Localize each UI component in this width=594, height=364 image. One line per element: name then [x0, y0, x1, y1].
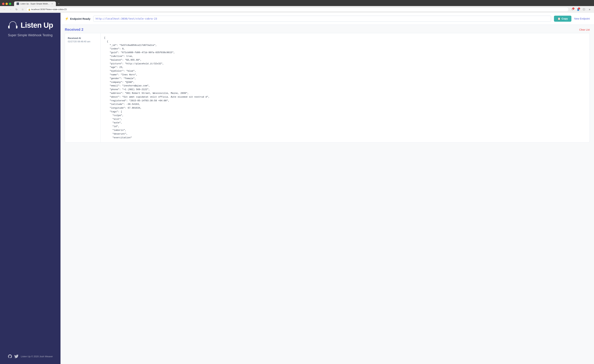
brand-logo: Listen Up [7, 20, 53, 31]
twitter-icon[interactable] [14, 354, 19, 359]
brand-tagline: Super Simple Webhook Testing [8, 33, 53, 37]
address-bar-row: ← → ↻ ☆ 🔒 localhost:3030/?listen=stale-c… [0, 6, 594, 13]
active-tab[interactable]: 🎧 Listen Up - Super Simple Webh... × [14, 1, 56, 6]
request-meta: Received At 02/27/20 08:48:40 am [65, 33, 101, 142]
copy-icon: 📋 [558, 17, 560, 20]
forward-button[interactable]: → [8, 7, 13, 12]
copy-label: Copy [562, 17, 568, 20]
sidebar-brand: Listen Up Super Simple Webhook Testing [7, 20, 53, 37]
address-input[interactable]: localhost:3030/?listen=stale-cobra-23 [26, 7, 569, 12]
menu-icon[interactable]: ≡ [587, 7, 592, 12]
received-at-value: 02/27/20 08:48:40 am [68, 40, 98, 43]
tab-title: Listen Up - Super Simple Webh... [20, 3, 49, 5]
bookmark-button[interactable]: ☆ [20, 7, 25, 12]
sidebar-footer: Listen Up © 2020 Josh Weaver [8, 354, 53, 359]
maximize-traffic-light[interactable] [9, 3, 11, 5]
browser-chrome: 🎧 Listen Up - Super Simple Webh... × + ←… [0, 0, 594, 13]
tab-close-btn[interactable]: × [51, 2, 53, 5]
back-button[interactable]: ← [2, 7, 7, 12]
browser-actions: 🛡 2 👤 1 ⓘ ≡ [570, 7, 592, 12]
received-count: Received 2 [65, 27, 83, 32]
endpoint-url-wrap: http://localhost:3030/test/stale-cobra-2… [93, 16, 551, 22]
headphone-icon [7, 20, 18, 31]
github-icon[interactable] [8, 354, 12, 359]
main-content: ⚡ Endpoint Ready http://localhost:3030/t… [61, 13, 594, 364]
endpoint-status: ⚡ Endpoint Ready [65, 17, 90, 21]
request-card: Received At 02/27/20 08:48:40 am [ { "_i… [65, 33, 590, 143]
footer-icons [8, 354, 19, 359]
new-tab-button[interactable]: + [57, 2, 61, 6]
shield-icon[interactable]: 🛡 2 [570, 7, 575, 12]
address-bar-wrap: 🔒 localhost:3030/?listen=stale-cobra-23 [26, 7, 569, 12]
json-content: [ { "_id": "5e57c8ad058ca117d073a2ce", "… [104, 36, 586, 140]
request-body: [ { "_id": "5e57c8ad058ca117d073a2ce", "… [101, 33, 590, 142]
shield-badge: 2 [572, 7, 574, 10]
tab-bar: 🎧 Listen Up - Super Simple Webh... × + [0, 0, 594, 6]
user-badge: 1 [578, 7, 580, 10]
brand-name: Listen Up [21, 21, 53, 30]
copy-button[interactable]: 📋 Copy [554, 16, 571, 22]
clear-list-button[interactable]: Clear List [579, 28, 590, 31]
new-endpoint-button[interactable]: New Endpoint [574, 17, 590, 20]
endpoint-url[interactable]: http://localhost:3030/test/stale-cobra-2… [93, 16, 551, 22]
lock-icon: 🔒 [28, 8, 31, 11]
refresh-button[interactable]: ↻ [14, 7, 19, 12]
app-layout: Listen Up Super Simple Webhook Testing L… [0, 13, 594, 364]
info-icon[interactable]: ⓘ [581, 7, 586, 12]
request-area: Received At 02/27/20 08:48:40 am [ { "_i… [61, 33, 594, 364]
endpoint-status-label: Endpoint Ready [70, 17, 90, 20]
minimize-traffic-light[interactable] [6, 3, 8, 5]
sidebar: Listen Up Super Simple Webhook Testing L… [0, 13, 61, 364]
user-icon[interactable]: 👤 1 [576, 7, 580, 12]
endpoint-header: ⚡ Endpoint Ready http://localhost:3030/t… [61, 13, 594, 25]
close-traffic-light[interactable] [2, 3, 4, 5]
received-at-label: Received At [68, 37, 98, 39]
traffic-lights [2, 3, 11, 5]
footer-copyright: Listen Up © 2020 Josh Weaver [21, 355, 53, 358]
tab-favicon: 🎧 [17, 2, 19, 5]
received-header: Received 2 Clear List [61, 25, 594, 33]
